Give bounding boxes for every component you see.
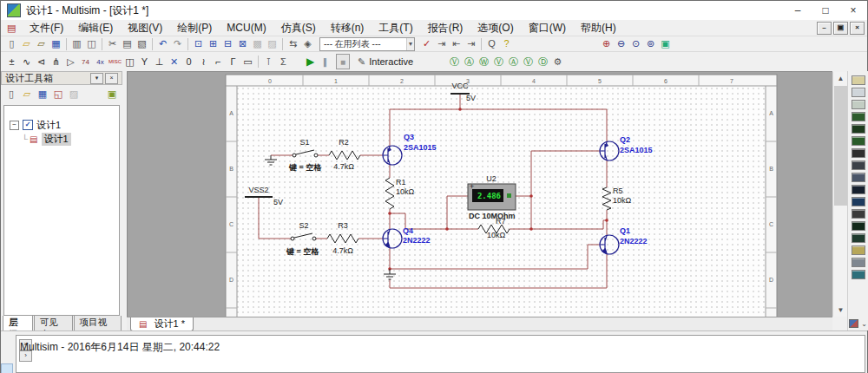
menu-tools[interactable]: 工具(T) (372, 20, 420, 36)
save-design-icon[interactable]: ▦ (35, 88, 50, 101)
wattmeter-icon[interactable] (852, 100, 865, 109)
labview-instrument-icon[interactable] (849, 319, 858, 328)
find-icon[interactable]: Q (484, 37, 499, 50)
schematic-canvas[interactable]: 0 1 2 3 4 5 6 7 A B C D A (127, 71, 832, 317)
dock-collapse-button[interactable]: ▾ (90, 73, 103, 84)
redo-icon[interactable]: ↷ (170, 37, 185, 50)
menu-file[interactable]: 文件(F) (23, 20, 71, 36)
place-transistor-icon[interactable]: ⋔ (49, 56, 63, 69)
breadboard-view-icon[interactable]: ⊞ (206, 37, 220, 50)
menu-view[interactable]: 视图(V) (121, 20, 170, 36)
zoom-in-icon[interactable]: ⊕ (599, 37, 614, 50)
document-tab-design1[interactable]: ▤ 设计1 * (130, 317, 194, 331)
print-preview-icon[interactable]: ◫ (84, 37, 99, 50)
tree-expander-icon[interactable]: − (10, 121, 19, 130)
tree-checkbox-icon[interactable]: ✓ (23, 120, 33, 130)
dropdown-caret-icon[interactable]: ▾ (406, 38, 414, 50)
snapshot-icon[interactable]: ▣ (104, 88, 120, 101)
scrollbar-thumb[interactable] (834, 86, 847, 206)
menu-simulate[interactable]: 仿真(S) (274, 20, 324, 36)
menu-window[interactable]: 窗口(W) (522, 20, 574, 36)
place-rf-icon[interactable]: ≀ (196, 56, 211, 69)
oscilloscope-icon[interactable] (852, 112, 865, 121)
place-misc-digital-icon[interactable]: MISC (108, 56, 122, 69)
fullscreen-icon[interactable]: ▣ (658, 37, 673, 50)
copy-icon[interactable]: ▤ (120, 37, 135, 50)
probe-diff-voltage-icon[interactable]: Ⓥ (521, 56, 536, 69)
bode-plotter-icon[interactable] (852, 136, 865, 146)
place-basic-icon[interactable]: ∿ (19, 56, 34, 69)
place-mixed-icon[interactable]: ◫ (122, 56, 137, 69)
place-cmos-icon[interactable]: 4x (93, 56, 108, 69)
probe-current-gain-icon[interactable]: Ⓐ (506, 56, 521, 69)
open-file-icon[interactable]: ▱ (19, 37, 34, 50)
probe-voltage-icon[interactable]: Ⓥ (447, 56, 462, 69)
schematic-svg[interactable]: 0 1 2 3 4 5 6 7 A B C D A (128, 72, 833, 317)
print-icon[interactable]: ▥ (69, 37, 84, 50)
mdi-close-button[interactable]: × (850, 22, 865, 35)
tree-child-row[interactable]: └ ▤ 设计1 (4, 132, 119, 146)
dock-close-button[interactable]: × (105, 73, 118, 84)
place-electromech-icon[interactable]: ⌐ (211, 56, 226, 69)
tektronix-oscilloscope-icon[interactable] (852, 270, 865, 279)
spreadsheet-view-icon[interactable]: ⊠ (235, 37, 250, 50)
place-peripheral-icon[interactable]: 0 (181, 56, 196, 69)
probe-voltage-ref-icon[interactable]: Ⓥ (491, 56, 506, 69)
design-view-icon[interactable]: ⊡ (191, 37, 206, 50)
interactive-mode-dropdown[interactable]: ✎ Interactive (353, 56, 418, 69)
menu-transfer[interactable]: 转移(n) (324, 20, 372, 36)
transfer-icon[interactable]: ⇥ (464, 37, 478, 50)
open-design-icon[interactable]: ▱ (19, 88, 35, 101)
menu-help[interactable]: 帮助(H) (574, 20, 624, 36)
frequency-counter-icon[interactable] (852, 148, 865, 158)
place-power-icon[interactable]: ⊥ (152, 56, 167, 69)
tree-root-row[interactable]: − ✓ 设计1 (4, 118, 119, 132)
import-icon[interactable]: ⇤ (449, 37, 464, 50)
distortion-analyzer-icon[interactable] (852, 209, 865, 219)
multimeter-icon[interactable] (852, 75, 865, 85)
zoom-area-icon[interactable]: ⊙ (628, 37, 643, 50)
maximize-button[interactable]: □ (812, 1, 839, 20)
grapher-icon[interactable]: ⊟ (220, 37, 235, 50)
help-icon[interactable]: ? (499, 37, 514, 50)
place-indicator-icon[interactable]: Y (137, 56, 152, 69)
place-ttl-icon[interactable]: 74 (78, 56, 93, 69)
place-connector-icon[interactable]: Γ (226, 56, 240, 69)
logic-analyzer-icon[interactable] (852, 185, 865, 194)
menu-options[interactable]: 选项(O) (470, 20, 521, 36)
menu-edit[interactable]: 编辑(E) (71, 20, 121, 36)
menu-mcu[interactable]: MCU(M) (220, 20, 273, 36)
new-design-icon[interactable]: ▯ (3, 88, 19, 101)
in-use-list-dropdown[interactable]: --- 在用列表 --- ▾ (319, 37, 415, 51)
scroll-down-arrow[interactable]: ▼ (833, 304, 848, 317)
stop-simulation-button[interactable]: ■ (340, 57, 345, 67)
hierarchical-block-icon[interactable]: ⊺ (261, 56, 276, 69)
undo-icon[interactable]: ↶ (155, 37, 170, 50)
paste-icon[interactable]: ▧ (135, 37, 149, 50)
four-channel-oscilloscope-icon[interactable] (852, 124, 865, 134)
erc-check-icon[interactable]: ✓ (419, 37, 434, 50)
new-file-icon[interactable]: ▯ (4, 37, 19, 50)
function-generator-icon[interactable] (852, 88, 865, 97)
hierarchy-icon[interactable]: ⇆ (286, 37, 300, 50)
place-misc-icon[interactable]: ✕ (167, 56, 181, 69)
close-button[interactable]: × (839, 1, 867, 20)
agilent-function-generator-icon[interactable] (852, 245, 865, 255)
close-design-icon[interactable]: ◱ (50, 88, 66, 101)
logic-converter-icon[interactable] (852, 173, 865, 182)
zoom-fit-icon[interactable]: ⊚ (643, 37, 658, 50)
mdi-minimize-button[interactable]: – (817, 22, 832, 35)
canvas-vertical-scrollbar[interactable]: ▲ ▼ (832, 72, 848, 317)
word-generator-icon[interactable] (852, 160, 865, 170)
open-sample-icon[interactable]: ▱ (34, 37, 49, 50)
zoom-out-icon[interactable]: ⊖ (614, 37, 628, 50)
place-mcu-icon[interactable]: ▭ (240, 56, 255, 69)
scroll-up-arrow[interactable]: ▲ (833, 72, 848, 85)
mdi-restore-button[interactable]: ▣ (833, 22, 848, 35)
agilent-multimeter-icon[interactable] (852, 258, 865, 267)
probe-digital-icon[interactable]: Ⓓ (536, 56, 550, 69)
toolbar-overflow-icon[interactable]: ⌄ (861, 320, 867, 328)
place-source-icon[interactable]: ± (4, 56, 19, 69)
cut-icon[interactable]: ✂ (105, 37, 120, 50)
place-diode-icon[interactable]: ⊲ (34, 56, 49, 69)
